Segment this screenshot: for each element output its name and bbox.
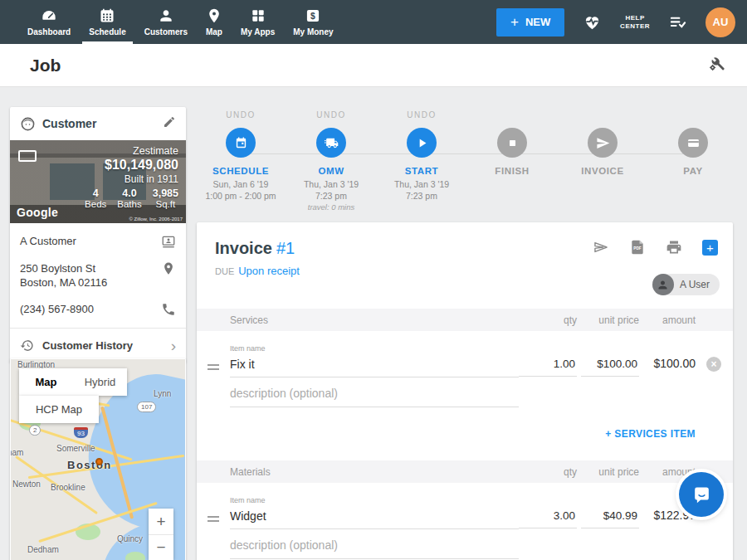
wrench-gear-icon — [708, 55, 725, 72]
invoice-actions: PDF + — [593, 239, 718, 256]
nav-customers[interactable]: Customers — [135, 0, 197, 44]
checklist-icon[interactable] — [668, 12, 687, 32]
description-input[interactable] — [230, 538, 519, 559]
undo-schedule-button[interactable]: UNDO — [195, 110, 286, 121]
property-photo[interactable]: Zestimate $10,149,080 Built in 1911 4Bed… — [10, 140, 186, 223]
nav-map[interactable]: Map — [197, 0, 232, 44]
health-heart-icon[interactable] — [583, 12, 602, 32]
step-label: INVOICE — [557, 166, 648, 176]
job-settings-button[interactable] — [708, 55, 725, 75]
job-location-marker[interactable] — [95, 458, 103, 465]
nav-schedule[interactable]: Schedule — [80, 0, 134, 44]
undo-omw-button[interactable]: UNDO — [286, 110, 377, 121]
start-step-button[interactable] — [407, 128, 437, 158]
new-button[interactable]: + NEW — [496, 8, 564, 37]
contact-card-icon[interactable] — [161, 234, 176, 249]
assignee-avatar — [652, 274, 674, 295]
invoice-step-button[interactable] — [588, 128, 618, 158]
item-name-input[interactable] — [230, 509, 519, 529]
due-value-link[interactable]: Upon receipt — [238, 265, 300, 277]
qty-input[interactable] — [519, 509, 577, 528]
step-travel: travel: 0 mins — [286, 202, 377, 212]
calendar-icon — [234, 136, 248, 150]
zestimate-value: $10,149,080 — [85, 158, 178, 173]
send-icon — [593, 239, 609, 256]
zestimate-label: Zestimate — [85, 145, 178, 157]
nav-label: My Money — [293, 27, 333, 37]
customer-card-header: Customer — [10, 107, 186, 140]
fact-value: 3,985 — [153, 187, 178, 199]
unit-price-input[interactable] — [581, 358, 639, 377]
add-services-item-link[interactable]: + SERVICES ITEM — [605, 428, 696, 440]
drag-handle[interactable] — [197, 496, 230, 522]
street-view-icon — [18, 150, 37, 162]
assignee-chip[interactable]: A User — [652, 274, 720, 295]
send-invoice-button[interactable] — [593, 239, 609, 256]
help-center-link[interactable]: HELP CENTER — [620, 14, 650, 31]
item-name-label: Item name — [230, 344, 519, 353]
user-avatar[interactable]: AU — [706, 7, 735, 37]
zoom-in-button[interactable]: + — [149, 509, 173, 534]
nav-right-cluster: + NEW HELP CENTER AU — [496, 7, 735, 37]
built-year: Built in 1911 — [85, 173, 178, 185]
nav-my-money[interactable]: $ My Money — [284, 0, 342, 44]
map-canvas[interactable]: Burlington Lynn ham Somerville Boston Ne… — [11, 359, 185, 560]
schedule-step-button[interactable] — [226, 128, 256, 158]
interstate-93-shield: 93 — [74, 427, 88, 438]
workflow-step-pay: PAY — [647, 110, 739, 176]
qty-input[interactable] — [519, 358, 577, 377]
add-services-row: + SERVICES ITEM — [197, 407, 733, 460]
hcp-map-button[interactable]: HCP Map — [19, 396, 99, 423]
workflow-step-finish: FINISH — [466, 110, 558, 176]
description-input[interactable] — [230, 387, 519, 407]
map-type-control: Map Hybrid — [19, 368, 127, 396]
zoom-out-button[interactable]: − — [149, 534, 173, 560]
drag-handle[interactable] — [197, 344, 230, 370]
qty-column-header: qty — [519, 466, 577, 478]
svg-text:$: $ — [311, 12, 316, 21]
help-line2: CENTER — [620, 22, 650, 31]
map-label: Brookline — [51, 483, 85, 492]
app-window: Dashboard Schedule Customers Map My Apps… — [0, 0, 747, 560]
customer-history-row[interactable]: Customer History › — [10, 329, 186, 363]
item-name-input[interactable] — [230, 358, 519, 377]
customer-face-icon — [20, 116, 36, 132]
fact-value: 4 — [93, 187, 99, 199]
nav-my-apps[interactable]: My Apps — [232, 0, 284, 44]
truck-icon — [325, 136, 339, 150]
workflow-step-start: UNDO START Thu, Jan 3 '19 7:23 pm — [376, 110, 467, 202]
stop-icon — [505, 136, 520, 150]
step-label: FINISH — [466, 166, 558, 176]
step-date: Thu, Jan 3 '19 — [376, 178, 467, 190]
omw-step-button[interactable] — [316, 128, 346, 158]
pdf-icon: PDF — [629, 239, 646, 256]
play-icon — [415, 136, 429, 150]
assignee-name: A User — [680, 279, 710, 290]
chat-fab-button[interactable] — [679, 472, 724, 517]
location-pin-icon[interactable] — [161, 261, 176, 276]
print-button[interactable] — [666, 239, 682, 256]
invoice-card: Invoice#1 DUEUpon receipt PDF + — [197, 222, 733, 560]
unit-price-input[interactable] — [581, 509, 639, 528]
phone-icon[interactable] — [161, 302, 176, 317]
page-title: Job — [30, 56, 61, 75]
map-type-map-button[interactable]: Map — [19, 376, 73, 388]
material-line-item: Item name $122.97 — [197, 483, 733, 529]
map-type-hybrid-button[interactable]: Hybrid — [73, 376, 127, 388]
money-icon: $ — [305, 7, 321, 24]
route-shield: 2 — [29, 425, 41, 436]
pdf-button[interactable]: PDF — [629, 239, 646, 256]
invoice-header: Invoice#1 DUEUpon receipt PDF + — [197, 222, 733, 309]
add-invoice-button[interactable]: + — [702, 240, 718, 256]
unit-price-column-header: unit price — [581, 314, 639, 326]
nav-dashboard[interactable]: Dashboard — [18, 0, 80, 44]
step-date: Sun, Jan 6 '19 — [195, 178, 286, 190]
undo-start-button[interactable]: UNDO — [376, 110, 467, 121]
pay-step-button[interactable] — [678, 128, 708, 158]
finish-step-button[interactable] — [497, 128, 527, 158]
edit-customer-button[interactable] — [163, 115, 176, 132]
map-label: Lynn — [154, 389, 171, 398]
amount-column-header: amount — [639, 466, 696, 478]
chat-bubble-icon — [691, 484, 713, 506]
delete-line-button[interactable]: × — [706, 357, 721, 372]
